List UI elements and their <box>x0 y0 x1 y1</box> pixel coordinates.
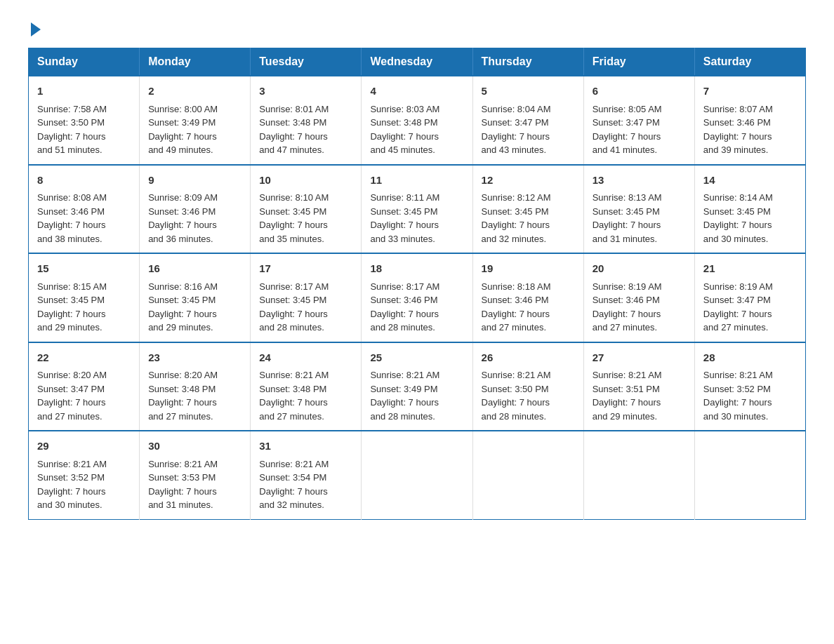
calendar-cell: 18Sunrise: 8:17 AMSunset: 3:46 PMDayligh… <box>362 253 472 342</box>
day-info: Sunrise: 8:21 AMSunset: 3:54 PMDaylight:… <box>259 459 329 511</box>
day-info: Sunrise: 8:16 AMSunset: 3:45 PMDaylight:… <box>148 281 218 333</box>
day-number: 20 <box>593 261 686 277</box>
calendar-header-sunday: Sunday <box>29 48 140 76</box>
day-info: Sunrise: 8:21 AMSunset: 3:48 PMDaylight:… <box>259 370 329 422</box>
calendar-week-row: 1Sunrise: 7:58 AMSunset: 3:50 PMDaylight… <box>29 76 806 165</box>
calendar-cell <box>583 431 694 519</box>
day-info: Sunrise: 8:21 AMSunset: 3:53 PMDaylight:… <box>148 459 218 511</box>
day-info: Sunrise: 8:08 AMSunset: 3:46 PMDaylight:… <box>37 192 107 244</box>
calendar-week-row: 15Sunrise: 8:15 AMSunset: 3:45 PMDayligh… <box>29 253 806 342</box>
calendar-cell: 19Sunrise: 8:18 AMSunset: 3:46 PMDayligh… <box>472 253 583 342</box>
day-number: 12 <box>482 173 575 189</box>
day-info: Sunrise: 8:18 AMSunset: 3:46 PMDaylight:… <box>482 281 551 333</box>
day-info: Sunrise: 8:21 AMSunset: 3:52 PMDaylight:… <box>703 370 773 422</box>
day-number: 19 <box>482 261 575 277</box>
day-number: 24 <box>259 350 352 366</box>
day-number: 9 <box>148 173 241 189</box>
calendar-cell: 9Sunrise: 8:09 AMSunset: 3:46 PMDaylight… <box>140 165 251 254</box>
day-info: Sunrise: 8:13 AMSunset: 3:45 PMDaylight:… <box>593 192 662 244</box>
day-info: Sunrise: 8:17 AMSunset: 3:46 PMDaylight:… <box>370 281 439 333</box>
day-info: Sunrise: 8:20 AMSunset: 3:48 PMDaylight:… <box>148 370 218 422</box>
calendar-cell: 13Sunrise: 8:13 AMSunset: 3:45 PMDayligh… <box>583 165 694 254</box>
calendar-cell <box>694 431 805 519</box>
calendar-cell: 16Sunrise: 8:16 AMSunset: 3:45 PMDayligh… <box>140 253 251 342</box>
day-info: Sunrise: 8:21 AMSunset: 3:49 PMDaylight:… <box>370 370 439 422</box>
day-number: 10 <box>259 173 352 189</box>
day-number: 1 <box>37 83 131 100</box>
day-number: 7 <box>703 83 797 100</box>
calendar-header-saturday: Saturday <box>694 48 805 76</box>
calendar-cell: 20Sunrise: 8:19 AMSunset: 3:46 PMDayligh… <box>583 253 694 342</box>
day-info: Sunrise: 8:09 AMSunset: 3:46 PMDaylight:… <box>148 192 218 244</box>
day-number: 11 <box>370 173 463 189</box>
calendar-header-tuesday: Tuesday <box>251 48 362 76</box>
day-number: 21 <box>703 261 797 277</box>
day-number: 13 <box>593 173 686 189</box>
logo <box>28 21 41 34</box>
calendar-cell: 27Sunrise: 8:21 AMSunset: 3:51 PMDayligh… <box>583 342 694 431</box>
calendar-cell: 31Sunrise: 8:21 AMSunset: 3:54 PMDayligh… <box>251 431 362 519</box>
day-info: Sunrise: 8:04 AMSunset: 3:47 PMDaylight:… <box>482 104 551 156</box>
calendar-cell <box>472 431 583 519</box>
day-info: Sunrise: 8:05 AMSunset: 3:47 PMDaylight:… <box>593 104 662 156</box>
calendar-cell: 28Sunrise: 8:21 AMSunset: 3:52 PMDayligh… <box>694 342 805 431</box>
calendar-cell: 21Sunrise: 8:19 AMSunset: 3:47 PMDayligh… <box>694 253 805 342</box>
day-info: Sunrise: 8:15 AMSunset: 3:45 PMDaylight:… <box>37 281 107 333</box>
day-number: 29 <box>37 438 131 455</box>
day-number: 8 <box>37 173 131 189</box>
calendar-cell: 11Sunrise: 8:11 AMSunset: 3:45 PMDayligh… <box>362 165 472 254</box>
day-info: Sunrise: 8:20 AMSunset: 3:47 PMDaylight:… <box>37 370 107 422</box>
day-number: 4 <box>370 83 463 100</box>
day-number: 14 <box>703 173 797 189</box>
day-info: Sunrise: 8:21 AMSunset: 3:50 PMDaylight:… <box>482 370 551 422</box>
day-info: Sunrise: 8:10 AMSunset: 3:45 PMDaylight:… <box>259 192 329 244</box>
page-header <box>28 21 806 34</box>
calendar-cell <box>362 431 472 519</box>
day-info: Sunrise: 8:21 AMSunset: 3:52 PMDaylight:… <box>37 459 107 511</box>
day-number: 16 <box>148 261 241 277</box>
calendar-cell: 4Sunrise: 8:03 AMSunset: 3:48 PMDaylight… <box>362 76 472 165</box>
logo-arrow-icon <box>31 22 41 36</box>
calendar-cell: 1Sunrise: 7:58 AMSunset: 3:50 PMDaylight… <box>29 76 140 165</box>
day-number: 3 <box>259 83 352 100</box>
day-number: 26 <box>482 350 575 366</box>
calendar-week-row: 8Sunrise: 8:08 AMSunset: 3:46 PMDaylight… <box>29 165 806 254</box>
calendar-cell: 5Sunrise: 8:04 AMSunset: 3:47 PMDaylight… <box>472 76 583 165</box>
calendar-cell: 30Sunrise: 8:21 AMSunset: 3:53 PMDayligh… <box>140 431 251 519</box>
day-info: Sunrise: 8:19 AMSunset: 3:47 PMDaylight:… <box>703 281 773 333</box>
day-number: 6 <box>593 83 686 100</box>
day-number: 27 <box>593 350 686 366</box>
calendar-cell: 8Sunrise: 8:08 AMSunset: 3:46 PMDaylight… <box>29 165 140 254</box>
day-number: 31 <box>259 438 352 455</box>
calendar-week-row: 29Sunrise: 8:21 AMSunset: 3:52 PMDayligh… <box>29 431 806 519</box>
calendar-cell: 3Sunrise: 8:01 AMSunset: 3:48 PMDaylight… <box>251 76 362 165</box>
calendar-header-monday: Monday <box>140 48 251 76</box>
calendar-cell: 12Sunrise: 8:12 AMSunset: 3:45 PMDayligh… <box>472 165 583 254</box>
day-info: Sunrise: 7:58 AMSunset: 3:50 PMDaylight:… <box>37 104 107 156</box>
calendar-header-row: SundayMondayTuesdayWednesdayThursdayFrid… <box>29 48 806 76</box>
day-number: 18 <box>370 261 463 277</box>
day-number: 30 <box>148 438 241 455</box>
calendar-header-friday: Friday <box>583 48 694 76</box>
day-number: 2 <box>148 83 241 100</box>
calendar-header-wednesday: Wednesday <box>362 48 472 76</box>
day-info: Sunrise: 8:14 AMSunset: 3:45 PMDaylight:… <box>703 192 773 244</box>
day-info: Sunrise: 8:17 AMSunset: 3:45 PMDaylight:… <box>259 281 329 333</box>
day-number: 17 <box>259 261 352 277</box>
day-info: Sunrise: 8:01 AMSunset: 3:48 PMDaylight:… <box>259 104 329 156</box>
calendar-cell: 23Sunrise: 8:20 AMSunset: 3:48 PMDayligh… <box>140 342 251 431</box>
day-number: 23 <box>148 350 241 366</box>
day-info: Sunrise: 8:03 AMSunset: 3:48 PMDaylight:… <box>370 104 439 156</box>
day-info: Sunrise: 8:07 AMSunset: 3:46 PMDaylight:… <box>703 104 773 156</box>
calendar-table: SundayMondayTuesdayWednesdayThursdayFrid… <box>28 48 806 520</box>
calendar-cell: 15Sunrise: 8:15 AMSunset: 3:45 PMDayligh… <box>29 253 140 342</box>
calendar-cell: 6Sunrise: 8:05 AMSunset: 3:47 PMDaylight… <box>583 76 694 165</box>
calendar-cell: 10Sunrise: 8:10 AMSunset: 3:45 PMDayligh… <box>251 165 362 254</box>
day-number: 15 <box>37 261 131 277</box>
day-info: Sunrise: 8:00 AMSunset: 3:49 PMDaylight:… <box>148 104 218 156</box>
calendar-cell: 17Sunrise: 8:17 AMSunset: 3:45 PMDayligh… <box>251 253 362 342</box>
day-number: 25 <box>370 350 463 366</box>
calendar-cell: 7Sunrise: 8:07 AMSunset: 3:46 PMDaylight… <box>694 76 805 165</box>
day-info: Sunrise: 8:11 AMSunset: 3:45 PMDaylight:… <box>370 192 439 244</box>
calendar-week-row: 22Sunrise: 8:20 AMSunset: 3:47 PMDayligh… <box>29 342 806 431</box>
